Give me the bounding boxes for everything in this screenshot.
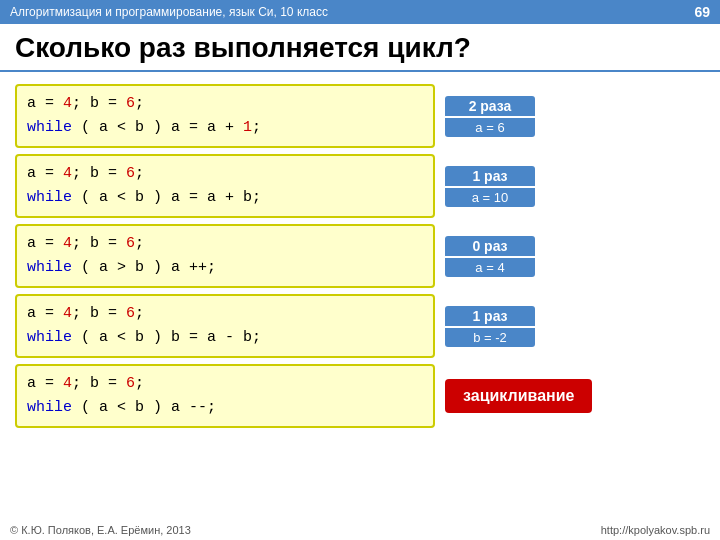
code-1-line2: while ( a < b ) a = a + 1; — [27, 116, 423, 140]
code-block-1: a = 4; b = 6; while ( a < b ) a = a + 1; — [15, 84, 435, 148]
answer-4-label: 1 раз — [445, 306, 535, 326]
code-5-line2: while ( a < b ) a --; — [27, 396, 423, 420]
code-block-2: a = 4; b = 6; while ( a < b ) a = a + b; — [15, 154, 435, 218]
page-number: 69 — [694, 4, 710, 20]
code-5-line1: a = 4; b = 6; — [27, 372, 423, 396]
code-block-5: a = 4; b = 6; while ( a < b ) a --; — [15, 364, 435, 428]
header-bar: Алгоритмизация и программирование, язык … — [0, 0, 720, 24]
answer-4-value: b = -2 — [445, 328, 535, 347]
answer-2-label: 1 раз — [445, 166, 535, 186]
page-title: Сколько раз выполняется цикл? — [0, 24, 720, 72]
answer-1-label: 2 раза — [445, 96, 535, 116]
answer-3-value: a = 4 — [445, 258, 535, 277]
row-4: a = 4; b = 6; while ( a < b ) b = a - b;… — [15, 294, 705, 358]
code-2-line2: while ( a < b ) a = a + b; — [27, 186, 423, 210]
answer-1: 2 раза a = 6 — [445, 96, 535, 137]
answer-4: 1 раз b = -2 — [445, 306, 535, 347]
infinite-label: зацикливание — [445, 379, 592, 413]
code-block-3: a = 4; b = 6; while ( a > b ) a ++; — [15, 224, 435, 288]
answer-3-label: 0 раз — [445, 236, 535, 256]
code-4-line2: while ( a < b ) b = a - b; — [27, 326, 423, 350]
row-2: a = 4; b = 6; while ( a < b ) a = a + b;… — [15, 154, 705, 218]
footer: © К.Ю. Поляков, Е.А. Ерёмин, 2013 http:/… — [0, 524, 720, 536]
row-5: a = 4; b = 6; while ( a < b ) a --; заци… — [15, 364, 705, 428]
code-2-line1: a = 4; b = 6; — [27, 162, 423, 186]
row-3: a = 4; b = 6; while ( a > b ) a ++; 0 ра… — [15, 224, 705, 288]
code-4-line1: a = 4; b = 6; — [27, 302, 423, 326]
row-1: a = 4; b = 6; while ( a < b ) a = a + 1;… — [15, 84, 705, 148]
answer-2: 1 раз a = 10 — [445, 166, 535, 207]
answer-1-value: a = 6 — [445, 118, 535, 137]
content-area: a = 4; b = 6; while ( a < b ) a = a + 1;… — [0, 80, 720, 432]
footer-right: http://kpolyakov.spb.ru — [601, 524, 710, 536]
answer-2-value: a = 10 — [445, 188, 535, 207]
code-3-line1: a = 4; b = 6; — [27, 232, 423, 256]
header-title: Алгоритмизация и программирование, язык … — [10, 5, 328, 19]
footer-left: © К.Ю. Поляков, Е.А. Ерёмин, 2013 — [10, 524, 191, 536]
code-block-4: a = 4; b = 6; while ( a < b ) b = a - b; — [15, 294, 435, 358]
answer-3: 0 раз a = 4 — [445, 236, 535, 277]
code-1-line1: a = 4; b = 6; — [27, 92, 423, 116]
code-3-line2: while ( a > b ) a ++; — [27, 256, 423, 280]
answer-5: зацикливание — [445, 379, 592, 413]
